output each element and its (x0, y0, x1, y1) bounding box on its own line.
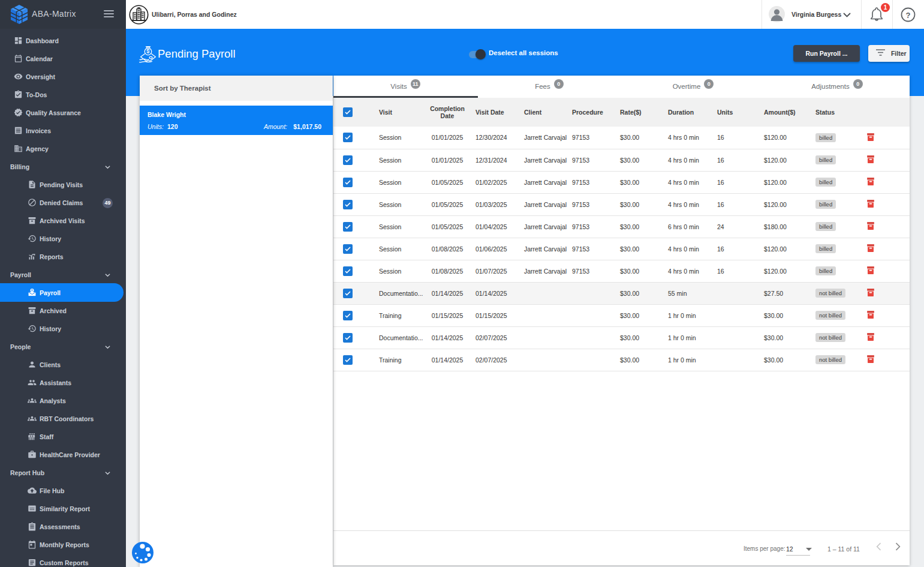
svg-text:?: ? (906, 11, 911, 20)
